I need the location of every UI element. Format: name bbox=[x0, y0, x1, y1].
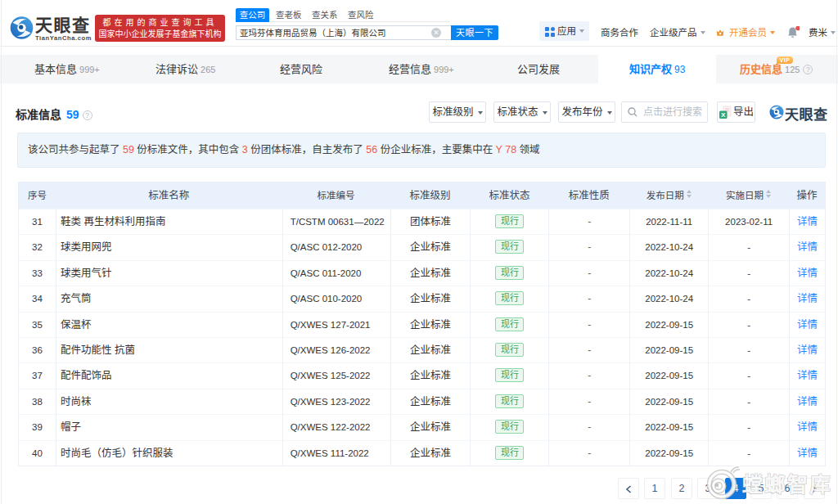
svg-text:X: X bbox=[721, 111, 726, 119]
